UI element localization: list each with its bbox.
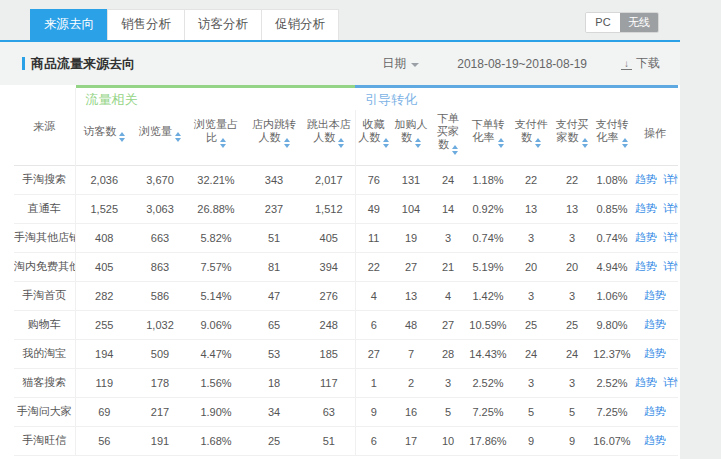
table-row: 我的淘宝1945094.47%531852772814.43%242412.37…	[14, 339, 678, 368]
trend-link[interactable]: 趋势	[644, 318, 666, 330]
sort-icon[interactable]	[582, 138, 588, 148]
value-cell: 7.25%	[466, 397, 510, 426]
value-cell: 65	[245, 310, 303, 339]
actions-cell: 趋势	[632, 281, 678, 310]
tab[interactable]: 促销分析	[261, 9, 339, 40]
detail-link[interactable]: 详情	[663, 231, 678, 243]
sort-asc-arrow	[119, 132, 125, 136]
value-cell: 13	[392, 281, 430, 310]
column-header[interactable]: 跳出本店人数	[303, 110, 355, 166]
value-cell: 3	[552, 223, 592, 252]
value-cell: 0.74%	[592, 223, 632, 252]
sort-icon[interactable]	[383, 138, 389, 148]
device-toggle-button[interactable]: PC	[586, 13, 620, 32]
sort-icon[interactable]	[452, 145, 458, 155]
value-cell: 5	[510, 397, 552, 426]
trend-link[interactable]: 趋势	[635, 231, 657, 243]
sort-icon[interactable]	[415, 138, 421, 148]
sort-desc-arrow	[535, 144, 541, 148]
column-header[interactable]: 下单买家数	[430, 110, 466, 166]
value-cell: 255	[75, 310, 133, 339]
detail-link[interactable]: 详情	[663, 202, 678, 214]
column-header[interactable]: 支付转化率	[592, 110, 632, 166]
title-accent-bar	[22, 57, 25, 70]
value-cell: 276	[303, 281, 355, 310]
column-header[interactable]: 收藏人数	[355, 110, 392, 166]
column-header[interactable]: 支付买家数	[552, 110, 592, 166]
detail-link[interactable]: 详情	[663, 260, 678, 272]
value-cell: 16	[392, 397, 430, 426]
value-cell: 0.85%	[592, 194, 632, 223]
actions-cell: 趋势	[632, 426, 678, 455]
date-filter[interactable]: 日期	[382, 55, 419, 72]
value-cell: 509	[133, 339, 187, 368]
value-cell: 217	[133, 397, 187, 426]
trend-link[interactable]: 趋势	[635, 202, 657, 214]
source-cell: 手淘首页	[14, 281, 75, 310]
sort-icon[interactable]	[622, 138, 628, 148]
detail-link[interactable]: 详情	[663, 173, 678, 185]
sort-asc-arrow	[582, 138, 588, 142]
value-cell: 20	[510, 252, 552, 281]
value-cell: 6	[355, 426, 392, 455]
source-cell: 购物车	[14, 310, 75, 339]
download-button[interactable]: ↓ 下载	[621, 55, 660, 72]
detail-link[interactable]: 详情	[663, 376, 678, 388]
sort-desc-arrow	[284, 144, 290, 148]
trend-link[interactable]: 趋势	[644, 434, 666, 446]
tab[interactable]: 销售分析	[107, 9, 185, 40]
trend-link[interactable]: 趋势	[635, 173, 657, 185]
value-cell: 27	[430, 310, 466, 339]
sort-icon[interactable]	[498, 138, 504, 148]
value-cell: 14.43%	[466, 339, 510, 368]
source-cell: 猫客搜索	[14, 368, 75, 397]
tab[interactable]: 来源去向	[30, 9, 108, 40]
value-cell: 27	[355, 339, 392, 368]
trend-link[interactable]: 趋势	[644, 289, 666, 301]
top-bar: 来源去向销售分析访客分析促销分析 PC无线	[0, 0, 721, 40]
trend-link[interactable]: 趋势	[635, 376, 657, 388]
value-cell: 56	[75, 426, 133, 455]
sort-icon[interactable]	[119, 132, 125, 142]
value-cell: 3	[510, 223, 552, 252]
value-cell: 4.94%	[592, 252, 632, 281]
trend-link[interactable]: 趋势	[644, 405, 666, 417]
trend-link[interactable]: 趋势	[635, 260, 657, 272]
value-cell: 343	[245, 165, 303, 194]
sort-icon[interactable]	[535, 138, 541, 148]
value-cell: 4	[355, 281, 392, 310]
tab[interactable]: 访客分析	[184, 9, 262, 40]
value-cell: 0.92%	[466, 194, 510, 223]
value-cell: 25	[245, 426, 303, 455]
value-cell: 5	[552, 397, 592, 426]
value-cell: 2	[392, 368, 430, 397]
column-header[interactable]: 浏览量占比	[187, 110, 245, 166]
column-header[interactable]: 加购人数	[392, 110, 430, 166]
value-cell: 20	[552, 252, 592, 281]
actions-cell: 趋势详情	[632, 252, 678, 281]
column-header[interactable]: 支付件数	[510, 110, 552, 166]
device-toggle-button[interactable]: 无线	[620, 13, 658, 32]
sort-icon[interactable]	[338, 138, 344, 148]
sort-icon[interactable]	[220, 138, 226, 148]
value-cell: 51	[245, 223, 303, 252]
value-cell: 1.90%	[187, 397, 245, 426]
table-row: 手淘问大家692171.90%346391657.25%557.25%趋势	[14, 397, 678, 426]
page-title: 商品流量来源去向	[31, 55, 135, 73]
sort-desc-arrow	[582, 144, 588, 148]
column-header[interactable]: 下单转化率	[466, 110, 510, 166]
column-header[interactable]: 浏览量	[133, 110, 187, 166]
sort-asc-arrow	[338, 138, 344, 142]
actions-cell: 趋势详情	[632, 165, 678, 194]
sort-desc-arrow	[175, 138, 181, 142]
column-header[interactable]: 店内跳转人数	[245, 110, 303, 166]
sort-icon[interactable]	[284, 138, 290, 148]
value-cell: 1,525	[75, 194, 133, 223]
value-cell: 2,036	[75, 165, 133, 194]
column-header[interactable]: 访客数	[75, 110, 133, 166]
sort-icon[interactable]	[175, 132, 181, 142]
value-cell: 1.06%	[592, 281, 632, 310]
trend-link[interactable]: 趋势	[644, 347, 666, 359]
value-cell: 32.21%	[187, 165, 245, 194]
sort-asc-arrow	[175, 132, 181, 136]
